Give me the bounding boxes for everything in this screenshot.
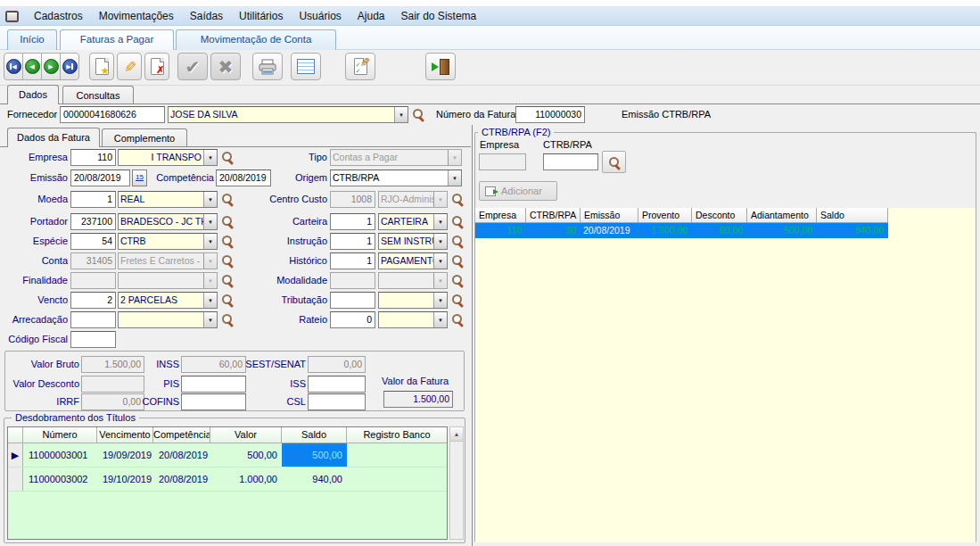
instrucao-combo[interactable]: SEM INSTRUCAO▼: [378, 233, 448, 250]
finalidade-search-icon[interactable]: [221, 274, 235, 287]
col-saldo[interactable]: Saldo: [817, 208, 888, 223]
col-competencia[interactable]: Competência: [153, 427, 210, 443]
col-adiantamento[interactable]: Adiantamento: [747, 208, 817, 223]
fornecedor-code-input[interactable]: 00000041680626: [60, 106, 165, 123]
cell-valor[interactable]: 500,00: [210, 443, 282, 467]
col-desconto[interactable]: Desconto: [692, 208, 747, 223]
vencto-code-input[interactable]: 2: [70, 292, 116, 309]
instrucao-code-input[interactable]: 1: [330, 233, 375, 250]
emissao-input[interactable]: 20/08/2019: [70, 170, 130, 186]
especie-code-input[interactable]: 54: [70, 233, 116, 250]
application-icon[interactable]: [5, 11, 19, 22]
dropdown-arrow-icon[interactable]: ▼: [203, 312, 217, 327]
col-provento[interactable]: Provento: [638, 208, 692, 223]
ctrb-zoom-button[interactable]: [602, 151, 626, 173]
cell-numero[interactable]: 11000003001: [23, 443, 97, 467]
col-ctrb-rpa[interactable]: CTRB/RPA: [526, 208, 581, 223]
cell-provento[interactable]: 1.500,00: [638, 223, 692, 238]
cofins-input[interactable]: [181, 393, 246, 410]
especie-search-icon[interactable]: [221, 235, 235, 248]
cell-emissao[interactable]: 20/08/2019: [581, 223, 638, 238]
next-record-button[interactable]: ▶: [41, 53, 61, 80]
report-edit-button[interactable]: ✓✓ ✎: [345, 53, 375, 80]
ctrb-rpa-input[interactable]: [543, 153, 598, 170]
tributacao-search-icon[interactable]: [451, 294, 465, 307]
instrucao-search-icon[interactable]: [451, 235, 465, 248]
cell-registro-banco[interactable]: [347, 467, 447, 491]
calendar-icon[interactable]: 15: [132, 170, 147, 186]
carteira-search-icon[interactable]: [451, 215, 465, 228]
cell-saldo[interactable]: 940,00: [282, 467, 347, 491]
numero-fatura-input[interactable]: 110000030: [515, 106, 585, 123]
menu-sair-do-sistema[interactable]: Sair do Sistema: [393, 7, 485, 25]
cell-competencia[interactable]: 20/08/2019: [153, 467, 210, 491]
cell-competencia[interactable]: 20/08/2019: [153, 443, 210, 467]
portador-combo[interactable]: BRADESCO - JC TH▼: [118, 213, 218, 230]
moeda-search-icon[interactable]: [221, 193, 235, 206]
portador-code-input[interactable]: 237100: [70, 213, 116, 230]
grid-view-button[interactable]: [291, 53, 321, 80]
carteira-combo[interactable]: CARTEIRA▼: [378, 213, 448, 230]
cell-saldo-selected[interactable]: 500,00: [282, 443, 347, 467]
dropdown-arrow-icon[interactable]: ▼: [203, 214, 217, 229]
vencto-search-icon[interactable]: [221, 294, 235, 307]
especie-combo[interactable]: CTRB▼: [118, 233, 218, 250]
cell-saldo[interactable]: 940,00: [817, 223, 888, 238]
arrecadacao-search-icon[interactable]: [221, 313, 235, 327]
arrecadacao-code-input[interactable]: [70, 311, 116, 328]
tab-inicio[interactable]: Início: [7, 29, 57, 50]
detail-tab-dados-fatura[interactable]: Dados da Fatura: [7, 128, 100, 147]
moeda-code-input[interactable]: 1: [70, 191, 116, 208]
conta-search-icon[interactable]: [221, 254, 235, 268]
col-empresa[interactable]: Empresa: [475, 208, 526, 223]
dropdown-arrow-icon[interactable]: ▼: [203, 150, 217, 165]
pis-input[interactable]: [181, 376, 246, 393]
menu-utilitarios[interactable]: Utilitários: [231, 7, 291, 25]
table-row[interactable]: 11000003002 19/10/2019 20/08/2019 1.000,…: [8, 467, 447, 492]
dropdown-arrow-icon[interactable]: ▼: [433, 234, 447, 249]
codigo-fiscal-input[interactable]: [70, 331, 116, 348]
col-numero[interactable]: Número: [23, 427, 97, 443]
col-saldo[interactable]: Saldo: [282, 427, 347, 443]
empresa-code-input[interactable]: 110: [70, 149, 116, 166]
carteira-code-input[interactable]: 1: [330, 213, 375, 230]
col-emissao[interactable]: Emissão: [581, 208, 638, 223]
previous-record-button[interactable]: ◀: [22, 53, 42, 80]
cell-numero[interactable]: 11000003002: [23, 467, 97, 491]
dropdown-arrow-icon[interactable]: ▼: [448, 170, 461, 186]
dropdown-arrow-icon[interactable]: ▼: [203, 192, 217, 207]
dropdown-arrow-icon[interactable]: ▼: [433, 253, 447, 269]
modalidade-search-icon[interactable]: [451, 274, 465, 287]
rateio-combo[interactable]: ▼: [378, 311, 448, 328]
col-registro-banco[interactable]: Registro Banco: [347, 427, 447, 443]
cell-vencimento[interactable]: 19/09/2019: [97, 443, 153, 467]
dropdown-arrow-icon[interactable]: ▼: [433, 293, 447, 308]
historico-code-input[interactable]: 1: [330, 252, 375, 269]
first-record-button[interactable]: ◀: [4, 53, 23, 80]
cell-registro-banco[interactable]: [347, 443, 447, 467]
historico-combo[interactable]: PAGAMENTO▼: [378, 252, 448, 269]
menu-cadastros[interactable]: Cadastros: [26, 7, 91, 25]
menu-saidas[interactable]: Saídas: [182, 7, 231, 25]
exit-button[interactable]: [425, 53, 456, 80]
menu-usuarios[interactable]: Usuários: [291, 7, 349, 25]
cell-empresa[interactable]: 110: [475, 223, 526, 238]
tributacao-code-input[interactable]: [330, 292, 375, 309]
page-tab-dados[interactable]: Dados: [7, 85, 59, 104]
dropdown-arrow-icon[interactable]: ▼: [433, 214, 447, 229]
centro-custo-search-icon[interactable]: [451, 193, 465, 206]
page-tab-consultas[interactable]: Consultas: [62, 86, 134, 104]
ctrb-empresa-input[interactable]: [479, 153, 526, 170]
vertical-scrollbar[interactable]: ▲: [449, 426, 464, 540]
cell-vencimento[interactable]: 19/10/2019: [97, 467, 153, 491]
menu-ajuda[interactable]: Ajuda: [350, 7, 393, 25]
moeda-combo[interactable]: REAL▼: [118, 191, 218, 208]
empresa-combo[interactable]: I TRANSPO▼: [118, 149, 218, 166]
col-vencimento[interactable]: Vencimento: [97, 427, 153, 443]
detail-tab-complemento[interactable]: Complemento: [102, 128, 187, 147]
vencto-combo[interactable]: 2 PARCELAS▼: [118, 292, 218, 309]
print-button[interactable]: [252, 53, 283, 80]
cell-desconto[interactable]: 60,00: [692, 223, 747, 238]
edit-record-button[interactable]: ✎: [117, 53, 142, 80]
csl-input[interactable]: [308, 393, 366, 410]
